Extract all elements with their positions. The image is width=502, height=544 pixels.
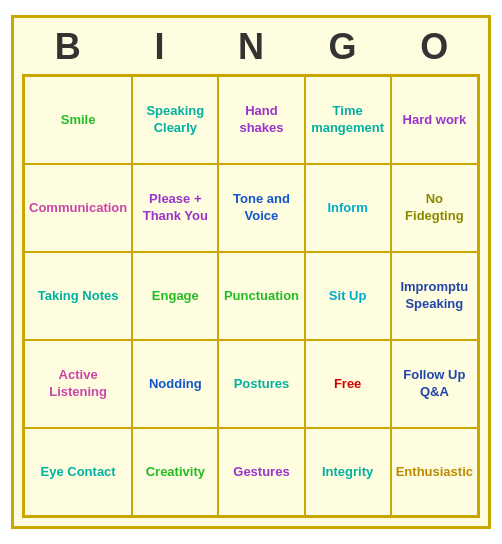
bingo-cell-text-22: Gestures <box>233 464 289 481</box>
bingo-cell-text-21: Creativity <box>146 464 205 481</box>
bingo-cell-17: Postures <box>218 340 304 428</box>
bingo-cell-text-7: Tone and Voice <box>223 191 299 225</box>
bingo-cell-13: Sit Up <box>305 252 391 340</box>
bingo-cell-19: Follow Up Q&A <box>391 340 478 428</box>
bingo-letter-N: N <box>207 26 295 68</box>
bingo-cell-text-16: Nodding <box>149 376 202 393</box>
bingo-grid: SmileSpeaking ClearlyHand shakesTime man… <box>22 74 480 518</box>
bingo-cell-text-4: Hard work <box>403 112 467 129</box>
bingo-cell-text-0: Smile <box>61 112 96 129</box>
bingo-cell-text-5: Communication <box>29 200 127 217</box>
bingo-cell-text-19: Follow Up Q&A <box>396 367 473 401</box>
bingo-cell-5: Communication <box>24 164 132 252</box>
bingo-cell-9: No Fidegting <box>391 164 478 252</box>
bingo-cell-16: Nodding <box>132 340 218 428</box>
bingo-cell-8: Inform <box>305 164 391 252</box>
bingo-cell-22: Gestures <box>218 428 304 516</box>
bingo-cell-text-14: Impromptu Speaking <box>396 279 473 313</box>
bingo-cell-text-13: Sit Up <box>329 288 367 305</box>
bingo-cell-6: Please + Thank You <box>132 164 218 252</box>
bingo-cell-text-9: No Fidegting <box>396 191 473 225</box>
bingo-letter-O: O <box>390 26 478 68</box>
bingo-cell-text-20: Eye Contact <box>41 464 116 481</box>
bingo-cell-7: Tone and Voice <box>218 164 304 252</box>
bingo-cell-3: Time mangement <box>305 76 391 164</box>
bingo-cell-text-3: Time mangement <box>310 103 386 137</box>
bingo-cell-20: Eye Contact <box>24 428 132 516</box>
bingo-cell-24: Enthusiastic <box>391 428 478 516</box>
bingo-cell-text-18: Free <box>334 376 361 393</box>
bingo-letter-I: I <box>115 26 203 68</box>
bingo-cell-1: Speaking Clearly <box>132 76 218 164</box>
bingo-cell-12: Punctuation <box>218 252 304 340</box>
bingo-cell-2: Hand shakes <box>218 76 304 164</box>
bingo-cell-text-8: Inform <box>327 200 367 217</box>
bingo-cell-text-24: Enthusiastic <box>396 464 473 481</box>
bingo-cell-text-11: Engage <box>152 288 199 305</box>
bingo-card: BINGO SmileSpeaking ClearlyHand shakesTi… <box>11 15 491 529</box>
bingo-cell-text-12: Punctuation <box>224 288 299 305</box>
bingo-cell-18: Free <box>305 340 391 428</box>
bingo-cell-4: Hard work <box>391 76 478 164</box>
bingo-cell-23: Integrity <box>305 428 391 516</box>
bingo-cell-text-10: Taking Notes <box>38 288 119 305</box>
bingo-cell-21: Creativity <box>132 428 218 516</box>
bingo-cell-text-23: Integrity <box>322 464 373 481</box>
bingo-cell-0: Smile <box>24 76 132 164</box>
bingo-letter-G: G <box>299 26 387 68</box>
bingo-cell-text-15: Active Listening <box>29 367 127 401</box>
bingo-cell-14: Impromptu Speaking <box>391 252 478 340</box>
bingo-cell-11: Engage <box>132 252 218 340</box>
bingo-cell-text-17: Postures <box>234 376 290 393</box>
bingo-cell-15: Active Listening <box>24 340 132 428</box>
bingo-cell-text-1: Speaking Clearly <box>137 103 213 137</box>
bingo-header: BINGO <box>22 26 480 68</box>
bingo-letter-B: B <box>24 26 112 68</box>
bingo-cell-text-2: Hand shakes <box>223 103 299 137</box>
bingo-cell-text-6: Please + Thank You <box>137 191 213 225</box>
bingo-cell-10: Taking Notes <box>24 252 132 340</box>
